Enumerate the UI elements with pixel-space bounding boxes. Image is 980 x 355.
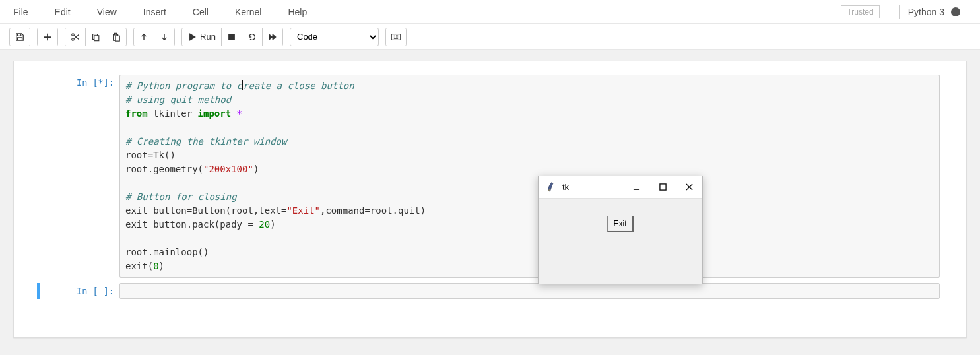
tkinter-feather-icon: [545, 181, 557, 193]
code-op: *: [231, 108, 242, 119]
tkinter-minimize-button[interactable]: [623, 176, 649, 199]
save-icon: [15, 32, 24, 42]
play-icon: [187, 32, 197, 42]
restart-kernel-button[interactable]: [242, 28, 263, 46]
code-text: tkinter: [148, 108, 198, 119]
svg-rect-7: [229, 34, 235, 40]
tkinter-window[interactable]: tk Exit: [538, 176, 703, 284]
run-button[interactable]: Run: [182, 28, 222, 46]
code-text: ): [253, 164, 259, 174]
close-icon: [686, 183, 693, 191]
code-keyword: import: [198, 108, 232, 119]
insert-cell-below-button[interactable]: [38, 28, 57, 46]
refresh-icon: [247, 32, 257, 42]
code-comment: # using quit method: [125, 94, 231, 105]
tkinter-window-title: tk: [562, 182, 623, 192]
code-text: exit_button.pack(pady =: [125, 219, 259, 230]
code-comment: # Button for closing: [125, 191, 237, 202]
arrow-up-icon: [139, 32, 148, 42]
restart-run-all-button[interactable]: [263, 28, 282, 46]
toolbar: Run Code: [0, 24, 980, 50]
menu-kernel[interactable]: Kernel: [222, 1, 275, 22]
minimize-icon: [633, 183, 640, 191]
code-cell[interactable]: In [*]: # Python program to create a clo…: [40, 75, 940, 278]
svg-rect-6: [115, 36, 119, 41]
code-string: "Exit": [286, 205, 320, 216]
cell-type-select[interactable]: Code: [290, 28, 379, 46]
cut-button[interactable]: [65, 28, 86, 46]
menu-file[interactable]: File: [0, 1, 42, 22]
stop-icon: [227, 32, 236, 42]
code-number: 0: [153, 261, 158, 271]
move-cell-up-button[interactable]: [134, 28, 154, 46]
maximize-icon: [659, 183, 667, 191]
code-keyword: from: [125, 108, 148, 119]
paste-button[interactable]: [106, 28, 126, 46]
cell-prompt: In [*]:: [40, 75, 119, 278]
notebook-container: In [*]: # Python program to create a clo…: [13, 61, 967, 338]
run-button-label: Run: [200, 32, 216, 42]
scissors-icon: [71, 32, 80, 42]
menu-edit[interactable]: Edit: [42, 1, 84, 22]
tkinter-window-body: Exit: [539, 199, 702, 284]
svg-point-1: [72, 33, 75, 36]
kernel-name-label: Python 3: [908, 7, 944, 17]
menu-insert[interactable]: Insert: [130, 1, 180, 22]
command-palette-button[interactable]: [386, 28, 406, 46]
notebook-area: In [*]: # Python program to create a clo…: [0, 50, 980, 355]
code-string: "200x100": [203, 164, 253, 174]
cell-input-area[interactable]: # Python program to create a close butto…: [119, 75, 940, 278]
code-text: ): [159, 261, 164, 271]
svg-rect-3: [94, 35, 99, 40]
fast-forward-icon: [268, 32, 277, 42]
code-number: 20: [259, 219, 270, 230]
menu-help[interactable]: Help: [275, 1, 320, 22]
kernel-busy-icon: [951, 7, 960, 16]
code-text: root.geometry(: [125, 164, 203, 174]
menu-view[interactable]: View: [84, 1, 130, 22]
tkinter-titlebar[interactable]: tk: [539, 176, 702, 199]
code-text: root=Tk(): [125, 150, 176, 160]
tkinter-close-button[interactable]: [676, 176, 702, 199]
copy-button[interactable]: [86, 28, 106, 46]
save-button[interactable]: [10, 28, 30, 46]
svg-rect-5: [114, 33, 117, 35]
code-comment: # Python program to create a close butto…: [125, 81, 354, 91]
interrupt-kernel-button[interactable]: [222, 28, 242, 46]
code-text: exit_button=Button(root,text=: [125, 205, 286, 216]
kernel-indicator[interactable]: Python 3: [899, 5, 980, 19]
code-text: ): [270, 219, 275, 230]
svg-point-0: [72, 38, 75, 40]
menubar: File Edit View Insert Cell Kernel Help T…: [0, 0, 980, 24]
menu-cell[interactable]: Cell: [180, 1, 222, 22]
text-cursor: [242, 80, 243, 90]
code-text: exit(: [125, 261, 153, 271]
cell-prompt: In [ ]:: [40, 283, 119, 299]
trusted-indicator[interactable]: Trusted: [841, 5, 879, 18]
move-cell-down-button[interactable]: [154, 28, 174, 46]
tkinter-exit-button[interactable]: Exit: [607, 216, 633, 232]
cell-input-area[interactable]: [119, 283, 940, 299]
tkinter-maximize-button[interactable]: [649, 176, 676, 199]
paste-icon: [112, 32, 121, 42]
plus-icon: [43, 32, 52, 42]
arrow-down-icon: [160, 32, 169, 42]
keyboard-icon: [391, 32, 401, 42]
copy-icon: [91, 32, 100, 42]
code-text: root.mainloop(): [125, 247, 209, 257]
code-cell[interactable]: In [ ]:: [37, 283, 940, 299]
code-text: ,command=root.quit): [320, 205, 426, 216]
svg-rect-9: [659, 184, 665, 190]
code-comment: # Creating the tkinter window: [125, 136, 286, 146]
